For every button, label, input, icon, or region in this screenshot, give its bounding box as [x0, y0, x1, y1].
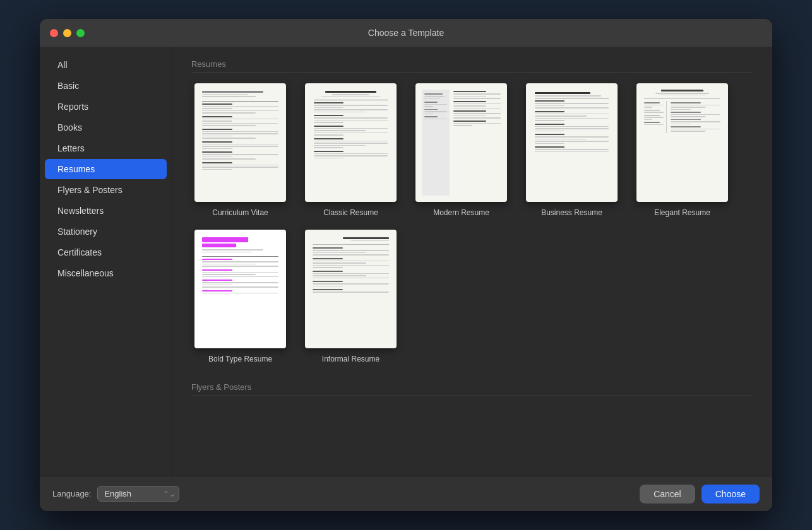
- template-label-elegant-resume: Elegant Resume: [654, 208, 710, 217]
- template-thumb-curriculum-vitae: [194, 83, 286, 202]
- template-thumb-classic-resume: [305, 83, 397, 202]
- sidebar-item-letters[interactable]: Letters: [45, 138, 167, 158]
- close-button[interactable]: [50, 29, 58, 37]
- language-label: Language:: [52, 489, 91, 498]
- sidebar-item-resumes[interactable]: Resumes: [45, 159, 167, 179]
- template-business-resume[interactable]: Business Resume: [523, 83, 621, 217]
- template-bold-type-resume[interactable]: Bold Type Resume: [191, 230, 289, 363]
- templates-grid: Curriculum Vitae: [191, 83, 753, 363]
- sidebar-item-reports[interactable]: Reports: [45, 97, 167, 117]
- section-header-resumes: Resumes: [191, 59, 753, 73]
- template-label-curriculum-vitae: Curriculum Vitae: [212, 208, 268, 217]
- footer-buttons: Cancel Choose: [640, 485, 760, 504]
- minimize-button[interactable]: [63, 29, 71, 37]
- template-thumb-business-resume: [526, 83, 618, 202]
- sidebar-item-flyers[interactable]: Flyers & Posters: [45, 180, 167, 200]
- template-classic-resume[interactable]: Classic Resume: [302, 83, 400, 217]
- template-thumb-modern-resume: [415, 83, 507, 202]
- dialog-content: All Basic Reports Books Letters Resumes …: [40, 47, 772, 476]
- template-label-modern-resume: Modern Resume: [433, 208, 489, 217]
- template-label-classic-resume: Classic Resume: [323, 208, 378, 217]
- titlebar: Choose a Template: [40, 19, 772, 47]
- footer-bar: Language: English French Spanish German …: [40, 476, 772, 511]
- template-label-bold-type-resume: Bold Type Resume: [208, 355, 272, 363]
- template-label-business-resume: Business Resume: [541, 208, 602, 217]
- language-select[interactable]: English French Spanish German Italian: [97, 486, 179, 502]
- template-thumb-informal-resume: [305, 230, 397, 348]
- template-label-informal-resume: Informal Resume: [322, 355, 379, 363]
- sidebar-item-newsletters[interactable]: Newsletters: [45, 201, 167, 221]
- sidebar-item-certificates[interactable]: Certificates: [45, 242, 167, 262]
- sidebar-item-stationery[interactable]: Stationery: [45, 221, 167, 242]
- template-informal-resume[interactable]: Informal Resume: [302, 230, 400, 363]
- template-modern-resume[interactable]: Modern Resume: [412, 83, 510, 217]
- template-grid-area: Resumes: [172, 47, 772, 476]
- sidebar: All Basic Reports Books Letters Resumes …: [40, 47, 172, 476]
- sidebar-item-books[interactable]: Books: [45, 117, 167, 138]
- template-thumb-elegant-resume: [636, 83, 728, 202]
- sidebar-item-miscellaneous[interactable]: Miscellaneous: [45, 263, 167, 283]
- choose-button[interactable]: Choose: [702, 485, 760, 504]
- maximize-button[interactable]: [76, 29, 85, 37]
- traffic-lights: [50, 29, 85, 37]
- template-curriculum-vitae[interactable]: Curriculum Vitae: [191, 83, 289, 217]
- template-thumb-bold-type-resume: [194, 230, 286, 348]
- section-header-flyers: Flyers & Posters: [191, 382, 753, 396]
- template-chooser-dialog: Choose a Template All Basic Reports Book…: [40, 19, 772, 511]
- dialog-title: Choose a Template: [368, 28, 444, 38]
- template-elegant-resume[interactable]: Elegant Resume: [633, 83, 731, 217]
- language-select-wrapper[interactable]: English French Spanish German Italian ⌃⌄: [97, 486, 179, 502]
- sidebar-item-all[interactable]: All: [45, 55, 167, 75]
- sidebar-item-basic[interactable]: Basic: [45, 76, 167, 96]
- cancel-button[interactable]: Cancel: [640, 485, 695, 504]
